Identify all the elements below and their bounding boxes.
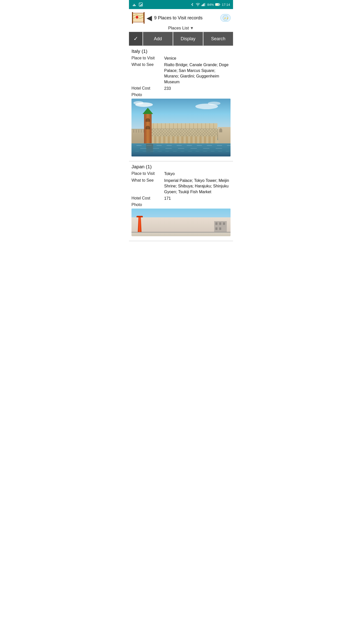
download-icon xyxy=(132,2,137,7)
dropdown-arrow-icon: ▼ xyxy=(190,26,194,30)
sync-badge: ⚡⚡ xyxy=(220,14,231,22)
right-building xyxy=(218,127,231,143)
campanile-window-2 xyxy=(146,126,150,129)
doge-palace xyxy=(150,123,217,143)
japan-cost-value: 171 xyxy=(164,196,231,201)
battery-text: 84% xyxy=(207,3,214,7)
toolbar: ✓ Add Display Search xyxy=(129,32,233,46)
window-r3 xyxy=(223,222,225,225)
svg-rect-15 xyxy=(144,12,145,24)
italy-section: Italy (1) Place to Visit Venice What to … xyxy=(129,46,233,162)
search-button[interactable]: Search xyxy=(203,32,233,46)
svg-text:⚡: ⚡ xyxy=(216,4,218,6)
svg-point-2 xyxy=(198,6,198,6)
app-bar-top: ◀ 9 Places to Visit records ⚡⚡ xyxy=(131,11,231,25)
status-bar: 84% ⚡ 17:14 xyxy=(129,0,233,9)
japan-place-row: Place to Visit Tokyo xyxy=(131,171,231,177)
app-bar: ◀ 9 Places to Visit records ⚡⚡ Places Li… xyxy=(129,9,233,32)
window-r1 xyxy=(215,222,217,225)
view-title-text: Places List xyxy=(168,26,189,31)
italy-cost-value: 233 xyxy=(164,86,231,91)
japan-photo-row: Photo xyxy=(131,202,231,207)
campanile-window xyxy=(146,118,150,122)
japan-cost-row: Hotel Cost 171 xyxy=(131,196,231,201)
italy-cost-label: Hotel Cost xyxy=(131,86,164,91)
italy-photo-label: Photo xyxy=(131,92,164,97)
right-arch xyxy=(219,128,222,132)
japan-photo-label: Photo xyxy=(131,202,164,207)
japan-what-row: What to See Imperial Palace; Tokyo Tower… xyxy=(131,178,231,195)
window-r5 xyxy=(219,227,221,230)
display-button[interactable]: Display xyxy=(173,32,203,46)
check-button[interactable]: ✓ xyxy=(129,32,143,46)
status-icons-left xyxy=(132,2,143,7)
left-building xyxy=(131,130,145,143)
upper-arcade xyxy=(150,123,217,129)
venice-photo xyxy=(131,99,231,156)
japan-section: Japan (1) Place to Visit Tokyo What to S… xyxy=(129,162,233,241)
italy-photo-row: Photo xyxy=(131,92,231,97)
japan-header: Japan (1) xyxy=(131,164,231,170)
italy-place-label: Place to Visit xyxy=(131,56,164,60)
bluetooth-icon xyxy=(191,2,194,7)
left-arcade xyxy=(131,130,145,133)
record-count-title: 9 Places to Visit records xyxy=(154,15,219,21)
venice-photo-container xyxy=(131,99,231,156)
tokyo-photo-container xyxy=(131,209,231,236)
japan-place-value: Tokyo xyxy=(164,171,231,177)
italy-place-value: Venice xyxy=(164,56,231,61)
japan-country: Japan xyxy=(131,164,145,169)
battery-icon: ⚡ xyxy=(215,3,220,6)
app-logo xyxy=(131,11,145,25)
italy-place-row: Place to Visit Venice xyxy=(131,56,231,61)
svg-rect-6 xyxy=(205,3,205,6)
italy-country: Italy xyxy=(131,49,140,54)
italy-what-label: What to See xyxy=(131,62,164,67)
lower-arcade xyxy=(150,136,217,143)
back-button[interactable]: ◀ xyxy=(147,14,152,22)
signal-icon xyxy=(202,3,206,6)
italy-what-row: What to See Rialto Bridge; Canale Grande… xyxy=(131,62,231,85)
italy-what-value: Rialto Bridge; Canale Grande; Doge Palac… xyxy=(164,62,231,85)
tokyo-photo xyxy=(131,209,231,236)
tokyo-building-1 xyxy=(214,221,227,232)
japan-count: (1) xyxy=(146,164,152,169)
svg-rect-14 xyxy=(132,12,133,24)
italy-count: (1) xyxy=(142,49,147,54)
svg-point-1 xyxy=(140,4,140,4)
svg-text:⚡⚡: ⚡⚡ xyxy=(224,17,228,19)
svg-rect-3 xyxy=(202,5,202,6)
water xyxy=(131,143,231,156)
arcade-columns xyxy=(150,136,217,143)
wifi-icon xyxy=(196,3,200,6)
svg-rect-8 xyxy=(219,4,220,5)
svg-rect-4 xyxy=(203,4,203,6)
japan-cost-label: Hotel Cost xyxy=(131,196,164,200)
tower-reflection xyxy=(146,144,153,154)
italy-cost-row: Hotel Cost 233 xyxy=(131,86,231,91)
japan-place-label: Place to Visit xyxy=(131,171,164,176)
diamond-pattern xyxy=(150,129,217,136)
image-icon xyxy=(139,2,143,7)
tower-crossbar xyxy=(137,216,143,217)
japan-what-value: Imperial Palace; Tokyo Tower; Meijin Shr… xyxy=(164,178,231,195)
view-title[interactable]: Places List ▼ xyxy=(168,26,194,31)
window-r2 xyxy=(219,222,221,225)
status-icons-right: 84% ⚡ 17:14 xyxy=(191,2,230,7)
campanile-tower xyxy=(144,113,152,143)
ground-line xyxy=(131,232,231,232)
svg-rect-5 xyxy=(204,3,204,6)
japan-what-label: What to See xyxy=(131,178,164,183)
time-display: 17:14 xyxy=(222,3,230,7)
italy-header: Italy (1) xyxy=(131,49,231,54)
add-button[interactable]: Add xyxy=(143,32,173,46)
window-r4 xyxy=(215,227,217,230)
